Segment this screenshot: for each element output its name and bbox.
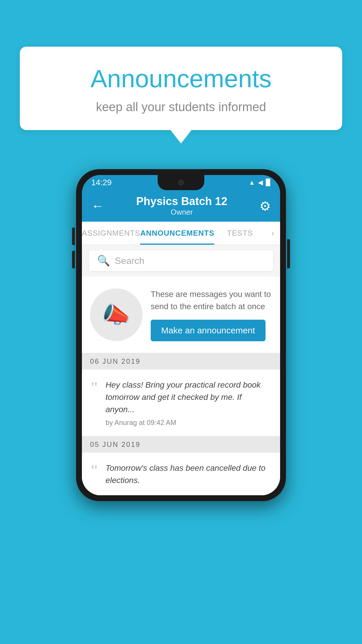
tab-more-button[interactable]: › (266, 222, 280, 245)
tab-assignments[interactable]: ASSIGNMENTS (82, 222, 140, 245)
promo-icon-circle: 📣 (90, 288, 143, 341)
phone-mockup: 14:29 ▲ ◀ ▉ ← Physics Batch 12 Owner ⚙ (76, 169, 286, 501)
announcement-meta-1: by Anurag at 09:42 AM (106, 419, 272, 427)
wifi-icon: ▲ (249, 179, 255, 186)
settings-icon[interactable]: ⚙ (259, 199, 271, 214)
volume-down-button (72, 251, 75, 268)
announcement-text-1: Hey class! Bring your practical record b… (106, 379, 272, 416)
app-bar-title-group: Physics Batch 12 Owner (104, 195, 259, 217)
announcement-body-1: Hey class! Bring your practical record b… (106, 379, 272, 427)
bubble-title: Announcements (43, 64, 319, 93)
search-bar[interactable]: 🔍 Search (89, 250, 273, 271)
phone-notch (158, 175, 204, 190)
announcement-text-2: Tomorrow's class has been cancelled due … (106, 462, 272, 487)
speech-bubble-tail (171, 130, 191, 144)
signal-icon: ◀ (258, 179, 263, 186)
phone-screen: 14:29 ▲ ◀ ▉ ← Physics Batch 12 Owner ⚙ (82, 175, 280, 495)
tab-announcements[interactable]: ANNOUNCEMENTS (140, 222, 214, 245)
announcement-body-2: Tomorrow's class has been cancelled due … (106, 462, 272, 489)
date-separator-2: 05 JUN 2019 (82, 436, 280, 453)
announcement-item-1: " Hey class! Bring your practical record… (82, 370, 280, 436)
search-placeholder: Search (115, 256, 144, 266)
status-time: 14:29 (91, 178, 112, 187)
date-separator-1: 06 JUN 2019 (82, 353, 280, 370)
make-announcement-button[interactable]: Make an announcement (151, 320, 266, 341)
power-button (287, 239, 290, 268)
bubble-subtitle: keep all your students informed (43, 100, 319, 114)
back-button[interactable]: ← (91, 199, 104, 213)
phone-outer-shell: 14:29 ▲ ◀ ▉ ← Physics Batch 12 Owner ⚙ (76, 169, 286, 501)
speech-bubble-card: Announcements keep all your students inf… (20, 47, 342, 130)
battery-icon: ▉ (266, 179, 271, 186)
status-icons: ▲ ◀ ▉ (249, 179, 271, 186)
app-bar-subtitle: Owner (104, 208, 259, 217)
promo-right: These are messages you want to send to t… (151, 288, 272, 341)
search-bar-wrapper: 🔍 Search (82, 245, 280, 276)
app-bar: ← Physics Batch 12 Owner ⚙ (82, 190, 280, 222)
tab-bar: ASSIGNMENTS ANNOUNCEMENTS TESTS › (82, 222, 280, 245)
speech-bubble-section: Announcements keep all your students inf… (20, 47, 342, 144)
search-icon: 🔍 (97, 255, 110, 267)
volume-up-button (72, 228, 75, 245)
content-area: 🔍 Search 📣 These are messages you want t… (82, 245, 280, 495)
status-bar: 14:29 ▲ ◀ ▉ (82, 175, 280, 190)
megaphone-icon: 📣 (102, 301, 131, 328)
tab-tests[interactable]: TESTS (214, 222, 266, 245)
front-camera (178, 180, 184, 186)
announcement-item-2: " Tomorrow's class has been cancelled du… (82, 453, 280, 495)
app-bar-title: Physics Batch 12 (104, 195, 259, 208)
promo-description: These are messages you want to send to t… (151, 288, 272, 313)
quote-icon-2: " (90, 463, 99, 478)
quote-icon-1: " (90, 380, 99, 395)
promo-section: 📣 These are messages you want to send to… (82, 276, 280, 353)
